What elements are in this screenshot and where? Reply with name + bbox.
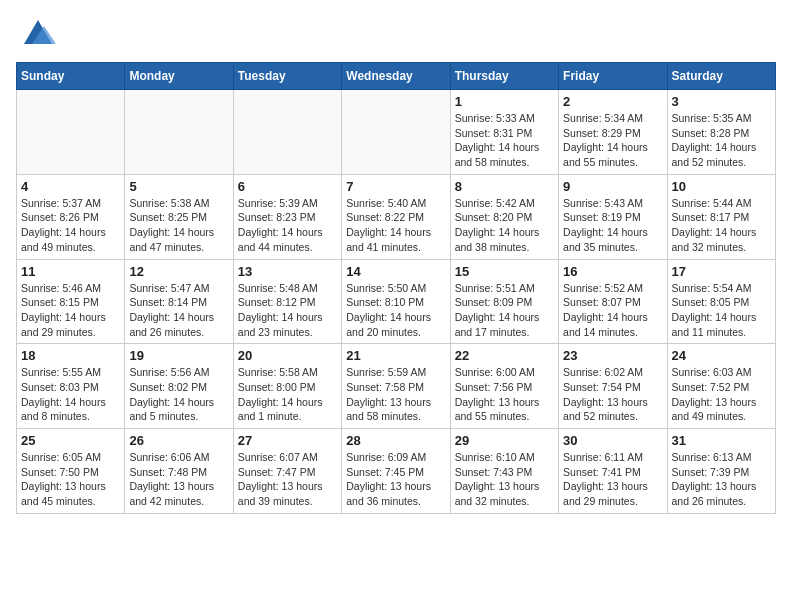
calendar-cell: 7Sunrise: 5:40 AM Sunset: 8:22 PM Daylig… <box>342 174 450 259</box>
day-number: 8 <box>455 179 554 194</box>
day-info: Sunrise: 6:13 AM Sunset: 7:39 PM Dayligh… <box>672 450 771 509</box>
day-info: Sunrise: 6:10 AM Sunset: 7:43 PM Dayligh… <box>455 450 554 509</box>
day-number: 31 <box>672 433 771 448</box>
calendar-cell: 21Sunrise: 5:59 AM Sunset: 7:58 PM Dayli… <box>342 344 450 429</box>
calendar: SundayMondayTuesdayWednesdayThursdayFrid… <box>16 62 776 514</box>
day-info: Sunrise: 5:34 AM Sunset: 8:29 PM Dayligh… <box>563 111 662 170</box>
logo-icon <box>20 16 56 52</box>
calendar-cell: 25Sunrise: 6:05 AM Sunset: 7:50 PM Dayli… <box>17 429 125 514</box>
day-info: Sunrise: 6:05 AM Sunset: 7:50 PM Dayligh… <box>21 450 120 509</box>
week-row-2: 4Sunrise: 5:37 AM Sunset: 8:26 PM Daylig… <box>17 174 776 259</box>
calendar-cell: 17Sunrise: 5:54 AM Sunset: 8:05 PM Dayli… <box>667 259 775 344</box>
day-number: 11 <box>21 264 120 279</box>
calendar-cell: 20Sunrise: 5:58 AM Sunset: 8:00 PM Dayli… <box>233 344 341 429</box>
day-number: 4 <box>21 179 120 194</box>
calendar-cell: 24Sunrise: 6:03 AM Sunset: 7:52 PM Dayli… <box>667 344 775 429</box>
day-info: Sunrise: 5:48 AM Sunset: 8:12 PM Dayligh… <box>238 281 337 340</box>
day-info: Sunrise: 5:44 AM Sunset: 8:17 PM Dayligh… <box>672 196 771 255</box>
day-number: 28 <box>346 433 445 448</box>
day-number: 12 <box>129 264 228 279</box>
day-info: Sunrise: 6:07 AM Sunset: 7:47 PM Dayligh… <box>238 450 337 509</box>
day-number: 21 <box>346 348 445 363</box>
calendar-cell: 30Sunrise: 6:11 AM Sunset: 7:41 PM Dayli… <box>559 429 667 514</box>
calendar-cell: 16Sunrise: 5:52 AM Sunset: 8:07 PM Dayli… <box>559 259 667 344</box>
day-number: 13 <box>238 264 337 279</box>
day-info: Sunrise: 5:42 AM Sunset: 8:20 PM Dayligh… <box>455 196 554 255</box>
calendar-cell: 9Sunrise: 5:43 AM Sunset: 8:19 PM Daylig… <box>559 174 667 259</box>
day-number: 10 <box>672 179 771 194</box>
day-info: Sunrise: 5:58 AM Sunset: 8:00 PM Dayligh… <box>238 365 337 424</box>
calendar-cell: 4Sunrise: 5:37 AM Sunset: 8:26 PM Daylig… <box>17 174 125 259</box>
calendar-cell: 8Sunrise: 5:42 AM Sunset: 8:20 PM Daylig… <box>450 174 558 259</box>
calendar-cell: 1Sunrise: 5:33 AM Sunset: 8:31 PM Daylig… <box>450 90 558 175</box>
week-row-4: 18Sunrise: 5:55 AM Sunset: 8:03 PM Dayli… <box>17 344 776 429</box>
day-info: Sunrise: 5:54 AM Sunset: 8:05 PM Dayligh… <box>672 281 771 340</box>
calendar-cell: 2Sunrise: 5:34 AM Sunset: 8:29 PM Daylig… <box>559 90 667 175</box>
calendar-cell: 26Sunrise: 6:06 AM Sunset: 7:48 PM Dayli… <box>125 429 233 514</box>
day-info: Sunrise: 5:43 AM Sunset: 8:19 PM Dayligh… <box>563 196 662 255</box>
weekday-header-saturday: Saturday <box>667 63 775 90</box>
day-number: 9 <box>563 179 662 194</box>
calendar-cell <box>17 90 125 175</box>
day-number: 25 <box>21 433 120 448</box>
calendar-cell: 11Sunrise: 5:46 AM Sunset: 8:15 PM Dayli… <box>17 259 125 344</box>
calendar-cell: 18Sunrise: 5:55 AM Sunset: 8:03 PM Dayli… <box>17 344 125 429</box>
day-number: 17 <box>672 264 771 279</box>
day-info: Sunrise: 5:37 AM Sunset: 8:26 PM Dayligh… <box>21 196 120 255</box>
weekday-header-tuesday: Tuesday <box>233 63 341 90</box>
day-info: Sunrise: 6:11 AM Sunset: 7:41 PM Dayligh… <box>563 450 662 509</box>
day-number: 1 <box>455 94 554 109</box>
day-number: 22 <box>455 348 554 363</box>
weekday-header-row: SundayMondayTuesdayWednesdayThursdayFrid… <box>17 63 776 90</box>
day-number: 18 <box>21 348 120 363</box>
calendar-cell: 12Sunrise: 5:47 AM Sunset: 8:14 PM Dayli… <box>125 259 233 344</box>
calendar-cell: 28Sunrise: 6:09 AM Sunset: 7:45 PM Dayli… <box>342 429 450 514</box>
day-info: Sunrise: 6:00 AM Sunset: 7:56 PM Dayligh… <box>455 365 554 424</box>
day-info: Sunrise: 5:59 AM Sunset: 7:58 PM Dayligh… <box>346 365 445 424</box>
weekday-header-monday: Monday <box>125 63 233 90</box>
calendar-cell: 27Sunrise: 6:07 AM Sunset: 7:47 PM Dayli… <box>233 429 341 514</box>
calendar-cell: 3Sunrise: 5:35 AM Sunset: 8:28 PM Daylig… <box>667 90 775 175</box>
calendar-cell: 19Sunrise: 5:56 AM Sunset: 8:02 PM Dayli… <box>125 344 233 429</box>
calendar-cell: 15Sunrise: 5:51 AM Sunset: 8:09 PM Dayli… <box>450 259 558 344</box>
day-info: Sunrise: 6:09 AM Sunset: 7:45 PM Dayligh… <box>346 450 445 509</box>
week-row-3: 11Sunrise: 5:46 AM Sunset: 8:15 PM Dayli… <box>17 259 776 344</box>
day-number: 24 <box>672 348 771 363</box>
day-info: Sunrise: 5:35 AM Sunset: 8:28 PM Dayligh… <box>672 111 771 170</box>
day-info: Sunrise: 6:06 AM Sunset: 7:48 PM Dayligh… <box>129 450 228 509</box>
day-info: Sunrise: 5:51 AM Sunset: 8:09 PM Dayligh… <box>455 281 554 340</box>
day-number: 29 <box>455 433 554 448</box>
calendar-cell: 10Sunrise: 5:44 AM Sunset: 8:17 PM Dayli… <box>667 174 775 259</box>
calendar-cell <box>342 90 450 175</box>
day-number: 19 <box>129 348 228 363</box>
day-info: Sunrise: 6:03 AM Sunset: 7:52 PM Dayligh… <box>672 365 771 424</box>
day-info: Sunrise: 5:46 AM Sunset: 8:15 PM Dayligh… <box>21 281 120 340</box>
calendar-cell <box>233 90 341 175</box>
calendar-cell: 31Sunrise: 6:13 AM Sunset: 7:39 PM Dayli… <box>667 429 775 514</box>
day-number: 3 <box>672 94 771 109</box>
day-info: Sunrise: 6:02 AM Sunset: 7:54 PM Dayligh… <box>563 365 662 424</box>
day-number: 2 <box>563 94 662 109</box>
day-number: 26 <box>129 433 228 448</box>
calendar-cell: 14Sunrise: 5:50 AM Sunset: 8:10 PM Dayli… <box>342 259 450 344</box>
weekday-header-thursday: Thursday <box>450 63 558 90</box>
day-info: Sunrise: 5:56 AM Sunset: 8:02 PM Dayligh… <box>129 365 228 424</box>
header <box>16 16 776 52</box>
day-number: 7 <box>346 179 445 194</box>
calendar-cell: 6Sunrise: 5:39 AM Sunset: 8:23 PM Daylig… <box>233 174 341 259</box>
day-info: Sunrise: 5:40 AM Sunset: 8:22 PM Dayligh… <box>346 196 445 255</box>
day-info: Sunrise: 5:50 AM Sunset: 8:10 PM Dayligh… <box>346 281 445 340</box>
day-number: 15 <box>455 264 554 279</box>
day-info: Sunrise: 5:38 AM Sunset: 8:25 PM Dayligh… <box>129 196 228 255</box>
day-number: 27 <box>238 433 337 448</box>
logo <box>16 16 56 52</box>
calendar-cell: 5Sunrise: 5:38 AM Sunset: 8:25 PM Daylig… <box>125 174 233 259</box>
calendar-cell <box>125 90 233 175</box>
day-info: Sunrise: 5:33 AM Sunset: 8:31 PM Dayligh… <box>455 111 554 170</box>
day-info: Sunrise: 5:47 AM Sunset: 8:14 PM Dayligh… <box>129 281 228 340</box>
day-number: 6 <box>238 179 337 194</box>
day-number: 14 <box>346 264 445 279</box>
calendar-cell: 23Sunrise: 6:02 AM Sunset: 7:54 PM Dayli… <box>559 344 667 429</box>
day-number: 23 <box>563 348 662 363</box>
day-number: 16 <box>563 264 662 279</box>
